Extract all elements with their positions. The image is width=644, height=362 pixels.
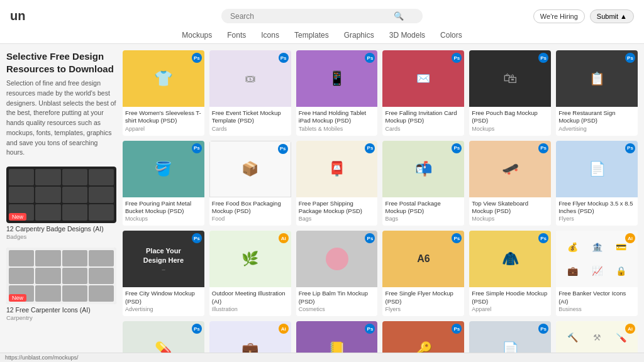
submit-button[interactable]: Submit ▲ bbox=[590, 9, 634, 23]
badge-ps: Ps bbox=[625, 143, 635, 153]
grid-item-paint-info: Free Pouring Paint Metal Bucket Mockup (… bbox=[123, 197, 204, 226]
grid-item-window[interactable]: Place Your Design Here _ Ps Free City Wi… bbox=[123, 231, 204, 316]
nav-fonts[interactable]: Fonts bbox=[227, 31, 246, 40]
grid-item-invitation[interactable]: ✉️ Ps Free Falling Invitation Card Mocku… bbox=[382, 50, 464, 136]
grid-thumb-invitation: ✉️ Ps bbox=[382, 50, 464, 107]
grid-container: 👕 Ps Free Women's Sleeveless T-shirt Moc… bbox=[123, 50, 638, 362]
grid-item-sign-info: Free Restaurant Sign Mockup (PSD) Advert… bbox=[556, 107, 638, 136]
grid-cell bbox=[35, 250, 60, 266]
grid-item-paint-title: Free Pouring Paint Metal Bucket Mockup (… bbox=[125, 200, 202, 216]
nav-icons[interactable]: Icons bbox=[261, 31, 279, 40]
grid-thumb-lipbalm: Ps bbox=[296, 231, 378, 287]
grid-cell bbox=[62, 169, 87, 185]
badge-ps: Ps bbox=[452, 233, 462, 243]
badge-ps: Ps bbox=[192, 233, 202, 243]
grid-item-sign[interactable]: 📋 Ps Free Restaurant Sign Mockup (PSD) A… bbox=[556, 50, 638, 136]
sidebar-item-carpenter[interactable]: New 12 Free Carpenter Icons (AI) Carpent… bbox=[6, 248, 116, 321]
search-icon: 🔍 bbox=[394, 11, 404, 21]
grid-item-pouch-title: Free Pouch Bag Mockup (PSD) bbox=[472, 109, 548, 125]
grid-item-tshirt-info: Free Women's Sleeveless T-shirt Mockup (… bbox=[123, 107, 204, 136]
sidebar-item-badges-cat: Badges bbox=[6, 233, 116, 240]
grid-item-ticket-cat: Cards bbox=[212, 126, 289, 132]
nav-graphics[interactable]: Graphics bbox=[344, 31, 374, 40]
grid-item-singleflyer-cat: Flyers bbox=[385, 306, 462, 312]
grid-item-pouch[interactable]: 🛍 Ps Free Pouch Bag Mockup (PSD) Mockups bbox=[469, 50, 551, 136]
logo[interactable]: un bbox=[10, 9, 25, 23]
nav-colors[interactable]: Colors bbox=[440, 31, 462, 40]
grid-item-banker-icons-info: Free Banker Vector Icons (AI) Business bbox=[556, 287, 638, 316]
sidebar: Selective Free Design Resources to Downl… bbox=[6, 50, 116, 362]
grid-item-lipbalm-cat: Cosmetics bbox=[299, 306, 375, 312]
grid-item-banker-icons-title: Free Banker Vector Icons (AI) bbox=[558, 290, 635, 305]
grid-item-foodbox[interactable]: 📦 Ps Free Food Box Packaging Mockup (PSD… bbox=[209, 141, 291, 226]
grid-item-flyer85-cat: Flyers bbox=[558, 216, 635, 222]
badge-ai: Ai bbox=[625, 233, 635, 243]
grid-item-banker-icons[interactable]: 💰 🏦 💳 💼 📈 🔒 Ai Free Banker Vector Icons … bbox=[556, 231, 638, 316]
nav: Mockups Fonts Icons Templates Graphics 3… bbox=[0, 27, 644, 43]
grid-item-outdoor-info: Outdoor Meeting Illustration (AI) Illust… bbox=[209, 287, 291, 316]
grid-item-tablet-info: Free Hand Holding Tablet iPad Mockup (PS… bbox=[296, 107, 378, 136]
sidebar-item-carpenter-thumb: New bbox=[6, 248, 116, 304]
nav-mockups[interactable]: Mockups bbox=[182, 31, 212, 40]
grid-thumb-sign: 📋 Ps bbox=[556, 50, 638, 107]
grid-item-tshirt[interactable]: 👕 Ps Free Women's Sleeveless T-shirt Moc… bbox=[123, 50, 204, 136]
badge-ps: Ps bbox=[538, 143, 548, 153]
badge-ai: Ai bbox=[279, 324, 289, 334]
hiring-button[interactable]: We're Hiring bbox=[533, 9, 585, 23]
grid-item-paint[interactable]: 🪣 Ps Free Pouring Paint Metal Bucket Moc… bbox=[123, 141, 204, 226]
grid-cell bbox=[35, 169, 60, 185]
grid-cell bbox=[89, 268, 114, 284]
grid-item-flyer85[interactable]: 📄 Ps Free Flyer Mockup 3.5 x 8.5 Inches … bbox=[556, 141, 638, 226]
grid-item-shipping-cat: Bags bbox=[299, 216, 375, 222]
grid-item-flyer85-title: Free Flyer Mockup 3.5 x 8.5 Inches (PSD) bbox=[558, 200, 635, 216]
grid-item-window-info: Free City Window Mockup (PSD) Advertisin… bbox=[123, 287, 204, 316]
grid-item-tablet-cat: Tablets & Mobiles bbox=[299, 126, 375, 132]
grid-item-skateboard[interactable]: 🛹 Ps Top View Skateboard Mockup (PSD) Mo… bbox=[469, 141, 551, 226]
grid-item-ticket[interactable]: 🎟 Ps Free Event Ticket Mockup Template (… bbox=[209, 50, 291, 136]
grid-cell bbox=[89, 169, 114, 185]
grid-cell bbox=[89, 187, 114, 203]
grid-thumb-banker-icons: 💰 🏦 💳 💼 📈 🔒 Ai bbox=[556, 231, 638, 287]
grid-cell bbox=[62, 268, 87, 284]
badge-ps: Ps bbox=[452, 53, 462, 63]
grid-cell bbox=[9, 187, 34, 203]
badge-ps: Ps bbox=[365, 143, 375, 153]
badge-ps: Ps bbox=[452, 143, 462, 153]
grid-item-pouch-cat: Mockups bbox=[472, 126, 548, 132]
search-input[interactable] bbox=[230, 12, 394, 21]
grid-item-foodbox-cat: Food bbox=[212, 216, 289, 222]
grid-thumb-outdoor: 🌿 Ai bbox=[209, 231, 291, 287]
badge-ps: Ps bbox=[365, 233, 375, 243]
grid-item-flyer85-info: Free Flyer Mockup 3.5 x 8.5 Inches (PSD)… bbox=[556, 197, 638, 226]
grid-item-skateboard-info: Top View Skateboard Mockup (PSD) Mockups bbox=[469, 197, 551, 226]
grid-item-postal-cat: Bags bbox=[385, 216, 462, 222]
grid-item-lipbalm[interactable]: Ps Free Lip Balm Tin Mockup (PSD) Cosmet… bbox=[296, 231, 378, 316]
grid-item-tablet[interactable]: 📱 Ps Free Hand Holding Tablet iPad Mocku… bbox=[296, 50, 378, 136]
grid-item-hoodie[interactable]: 🧥 Ps Free Simple Hoodie Mockup (PSD) App… bbox=[469, 231, 551, 316]
grid-thumb-tshirt: 👕 Ps bbox=[123, 50, 204, 107]
badge-ps: Ps bbox=[538, 324, 548, 334]
grid-cell bbox=[9, 169, 34, 185]
main: Selective Free Design Resources to Downl… bbox=[0, 44, 644, 362]
grid-item-outdoor-cat: Illustration bbox=[212, 306, 289, 312]
header-buttons: We're Hiring Submit ▲ bbox=[533, 9, 634, 23]
sidebar-item-badges[interactable]: New 12 Carpentry Badge Designs (AI) Badg… bbox=[6, 167, 116, 240]
grid-cell bbox=[89, 250, 114, 266]
grid-item-shipping[interactable]: 📮 Ps Free Paper Shipping Package Mockup … bbox=[296, 141, 378, 226]
grid-item-outdoor[interactable]: 🌿 Ai Outdoor Meeting Illustration (AI) I… bbox=[209, 231, 291, 316]
badge-ps: Ps bbox=[452, 324, 462, 334]
grid-item-singleflyer-title: Free Single Flyer Mockup (PSD) bbox=[385, 290, 462, 305]
nav-3dmodels[interactable]: 3D Models bbox=[389, 31, 425, 40]
grid-item-postal[interactable]: 📬 Ps Free Postal Package Mockup (PSD) Ba… bbox=[382, 141, 464, 226]
grid-cell bbox=[62, 204, 87, 221]
nav-templates[interactable]: Templates bbox=[294, 31, 329, 40]
grid-thumb-foodbox: 📦 Ps bbox=[209, 141, 291, 197]
grid-row-1: 👕 Ps Free Women's Sleeveless T-shirt Moc… bbox=[123, 50, 638, 136]
badge-ps: Ps bbox=[365, 324, 375, 334]
badge-ps: Ps bbox=[278, 144, 288, 154]
grid-item-skateboard-title: Top View Skateboard Mockup (PSD) bbox=[472, 200, 548, 216]
grid-item-singleflyer[interactable]: A6 Ps Free Single Flyer Mockup (PSD) Fly… bbox=[382, 231, 464, 316]
grid-thumb-shipping: 📮 Ps bbox=[296, 141, 378, 197]
grid-item-invitation-cat: Cards bbox=[385, 126, 462, 132]
grid-item-foodbox-info: Free Food Box Packaging Mockup (PSD) Foo… bbox=[209, 197, 291, 226]
